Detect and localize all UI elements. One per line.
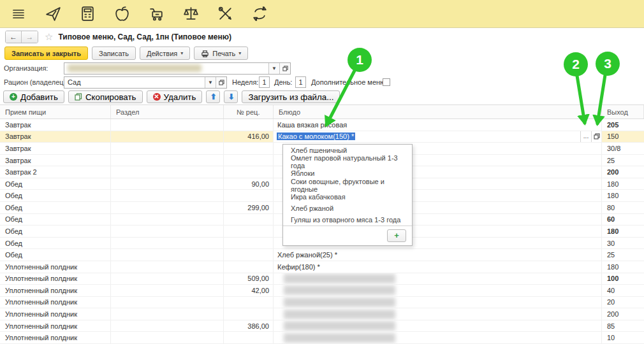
column-header-output[interactable]: Выход (602, 105, 644, 118)
actions-button[interactable]: Действия ▾ (140, 47, 190, 60)
move-up-button[interactable]: ⬆ (206, 90, 220, 103)
cell-meal[interactable]: Завтрак (0, 155, 111, 166)
cell-section[interactable] (111, 131, 224, 143)
cell-output[interactable]: 200 (602, 166, 644, 178)
cell-recipe[interactable]: 416,00 (224, 131, 274, 143)
cell-recipe[interactable] (224, 261, 274, 273)
cell-output[interactable]: 180 (602, 178, 644, 190)
cell-recipe[interactable] (224, 119, 274, 131)
save-close-button[interactable]: Записать и закрыть (4, 47, 88, 60)
dropdown-item[interactable]: Соки овощные, фруктовые и ягодные (283, 179, 412, 190)
cell-meal[interactable]: Уплотненный полдник (0, 297, 111, 308)
cell-output[interactable]: 40 (602, 285, 644, 296)
cell-section[interactable] (111, 273, 224, 285)
ration-dropdown-button[interactable]: ▼ (205, 77, 216, 88)
cell-output[interactable]: 25 (602, 249, 644, 261)
apple-icon[interactable] (112, 4, 131, 24)
move-down-button[interactable]: ⬇ (224, 90, 238, 103)
cell-meal[interactable]: Обед (0, 178, 111, 190)
cell-output[interactable]: 25 (602, 155, 644, 166)
cell-meal[interactable]: Уплотненный полдник (0, 320, 111, 332)
food-cart-icon[interactable] (147, 4, 166, 24)
cell-dish[interactable] (274, 285, 602, 296)
cell-output[interactable]: 180 (602, 226, 644, 237)
cell-recipe[interactable] (224, 214, 274, 226)
tools-icon[interactable] (216, 4, 235, 24)
cell-recipe[interactable] (224, 190, 274, 201)
column-header-meal[interactable]: Прием пищи (0, 105, 111, 118)
cell-output[interactable]: 60 (602, 214, 644, 226)
dropdown-item[interactable]: Омлет паровой натуральный 1-3 года (283, 156, 412, 168)
cell-recipe[interactable] (224, 297, 274, 308)
cell-meal[interactable]: Уплотненный полдник (0, 273, 111, 285)
cell-section[interactable] (111, 297, 224, 308)
cell-meal[interactable]: Обед (0, 238, 111, 249)
dish-open-icon[interactable] (591, 131, 601, 143)
delete-row-button[interactable]: ✕ Удалить (147, 90, 203, 103)
column-header-section[interactable]: Раздел (111, 105, 224, 118)
cell-meal[interactable]: Завтрак (0, 143, 111, 154)
cell-output[interactable]: 200 (602, 308, 644, 320)
cell-output[interactable]: 30/8 (602, 143, 644, 154)
dish-select-button[interactable]: ... (580, 131, 591, 143)
cell-dish[interactable]: Хлеб ржаной(25) * (274, 249, 602, 261)
cell-dish[interactable] (274, 297, 602, 308)
cell-dish[interactable]: Какао с молоком(150) *... (274, 131, 602, 143)
cell-section[interactable] (111, 226, 224, 237)
cell-dish[interactable]: Кефир(180) * (274, 261, 602, 273)
table-row[interactable]: Завтрак416,00Какао с молоком(150) *...15… (0, 131, 644, 143)
cell-dish[interactable]: Каша вязкая рисовая (274, 119, 602, 131)
cell-output[interactable]: 100 (602, 273, 644, 285)
cell-meal[interactable]: Обед (0, 226, 111, 237)
cell-dish[interactable] (274, 320, 602, 332)
cell-recipe[interactable] (224, 238, 274, 249)
cell-meal[interactable]: Завтрак (0, 131, 111, 143)
dropdown-item[interactable]: Гуляш из отварного мяса 1-3 года (283, 214, 412, 226)
cell-section[interactable] (111, 202, 224, 213)
cell-meal[interactable]: Уплотненный полдник (0, 308, 111, 320)
cell-section[interactable] (111, 166, 224, 178)
cell-output[interactable]: 180 (602, 261, 644, 273)
table-row[interactable]: Уплотненный полдникКефир(180) *180 (0, 261, 644, 273)
organization-dropdown-button[interactable]: ▼ (268, 63, 279, 74)
cell-output[interactable]: 85 (602, 320, 644, 332)
sync-icon[interactable] (250, 4, 269, 24)
cell-recipe[interactable]: 386,00 (224, 320, 274, 332)
favorite-star-icon[interactable]: ☆ (45, 31, 53, 43)
cell-section[interactable] (111, 308, 224, 320)
cell-meal[interactable]: Обед (0, 214, 111, 226)
cell-recipe[interactable] (224, 332, 274, 343)
cell-section[interactable] (111, 332, 224, 343)
table-row[interactable]: Уплотненный полдник42,0040 (0, 285, 644, 297)
cell-meal[interactable]: Уплотненный полдник (0, 332, 111, 343)
cell-section[interactable] (111, 238, 224, 249)
cell-meal[interactable]: Завтрак 2 (0, 166, 111, 178)
cell-output[interactable]: 150 (602, 131, 644, 143)
cell-section[interactable] (111, 249, 224, 261)
table-row[interactable]: Уплотненный полдник200 (0, 308, 644, 320)
ration-field[interactable]: Сад ▼ (64, 76, 227, 89)
calculator-icon[interactable] (78, 4, 97, 24)
cell-output[interactable]: 80 (602, 202, 644, 213)
week-input[interactable]: 1 (259, 76, 270, 88)
add-row-button[interactable]: + Добавить (3, 90, 64, 103)
cell-meal[interactable]: Завтрак (0, 119, 111, 131)
cell-meal[interactable]: Обед (0, 249, 111, 261)
cell-output[interactable]: 30 (602, 238, 644, 249)
extra-menu-checkbox[interactable] (383, 78, 390, 86)
cell-recipe[interactable] (224, 143, 274, 154)
cell-recipe[interactable] (224, 155, 274, 166)
organization-open-icon[interactable] (279, 63, 290, 74)
day-input[interactable]: 1 (295, 76, 306, 88)
menu-icon[interactable] (9, 4, 28, 24)
table-row[interactable]: Уплотненный полдник386,0085 (0, 320, 644, 333)
cell-section[interactable] (111, 155, 224, 166)
dropdown-add-button[interactable]: + (387, 229, 406, 242)
cell-section[interactable] (111, 285, 224, 296)
table-row[interactable]: Уплотненный полдник509,00100 (0, 273, 644, 285)
table-row[interactable]: ОбедХлеб ржаной(25) *25 (0, 249, 644, 261)
cell-recipe[interactable] (224, 249, 274, 261)
cell-section[interactable] (111, 261, 224, 273)
cell-output[interactable]: 205 (602, 119, 644, 131)
cell-output[interactable]: 10 (602, 332, 644, 343)
